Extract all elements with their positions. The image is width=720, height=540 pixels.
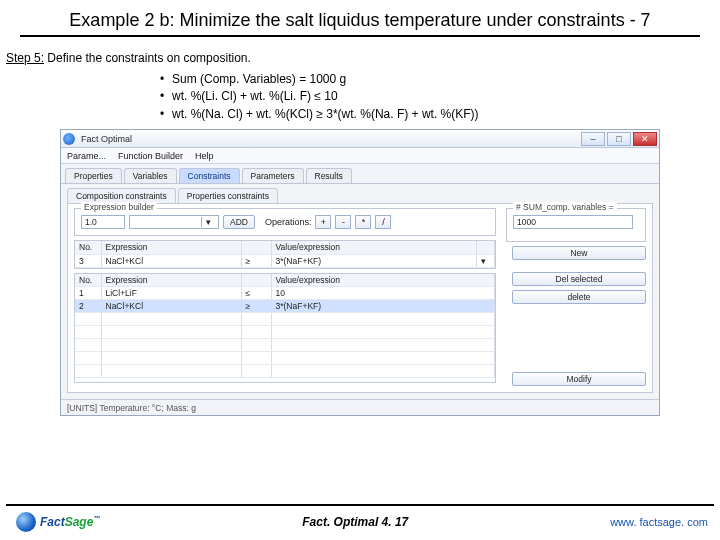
maximize-button[interactable]: □ xyxy=(607,132,631,146)
g2-h-no: No. xyxy=(75,274,101,287)
modify-button[interactable]: Modify xyxy=(512,372,646,386)
table-row xyxy=(75,326,495,339)
op-div[interactable]: / xyxy=(375,215,391,229)
main-tabs: Properties Variables Constraints Paramet… xyxy=(61,164,659,184)
operations-label: Operations: xyxy=(265,217,312,227)
footer-center: Fact. Optimal 4. 17 xyxy=(302,515,408,529)
table-row xyxy=(75,365,495,378)
current-expression-grid[interactable]: No. Expression Value/expression 3 NaCl+K… xyxy=(74,240,496,269)
menu-function-builder[interactable]: Function Builder xyxy=(118,151,183,161)
window-title: Fact Optimal xyxy=(81,134,581,144)
menu-parameters[interactable]: Parame... xyxy=(67,151,106,161)
table-row xyxy=(75,352,495,365)
tab-constraints[interactable]: Constraints xyxy=(179,168,240,183)
expression-builder-legend: Expression builder xyxy=(81,202,157,212)
constraints-pane: Expression builder 1.0 ▾ ADD Operations:… xyxy=(67,203,653,393)
subtab-properties[interactable]: Properties constraints xyxy=(178,188,278,203)
step-label: Step 5: xyxy=(6,51,44,65)
sum-fieldset: # SUM_comp. variables = 1000 xyxy=(506,208,646,242)
tab-parameters[interactable]: Parameters xyxy=(242,168,304,183)
bullet-list: •Sum (Comp. Variables) = 1000 g •wt. %(L… xyxy=(160,71,720,123)
op-plus[interactable]: + xyxy=(315,215,331,229)
sum-value-input[interactable]: 1000 xyxy=(513,215,633,229)
table-row: 2 NaCl+KCl ≥ 3*(NaF+KF) xyxy=(75,300,495,313)
minimize-button[interactable]: – xyxy=(581,132,605,146)
g1-h-no: No. xyxy=(75,241,101,254)
brand-sage: Sage xyxy=(65,515,94,529)
titlebar: Fact Optimal – □ ✕ xyxy=(61,130,659,148)
op-minus[interactable]: - xyxy=(335,215,351,229)
new-button[interactable]: New xyxy=(512,246,646,260)
slide-footer: FactSage™ Fact. Optimal 4. 17 www. facts… xyxy=(6,504,714,532)
table-row: 1 LiCl+LiF ≤ 10 xyxy=(75,287,495,300)
sub-tabs: Composition constraints Properties const… xyxy=(61,184,659,203)
tm-mark: ™ xyxy=(93,515,100,522)
g2-h-rel xyxy=(241,274,271,287)
bullet-1: Sum (Comp. Variables) = 1000 g xyxy=(172,72,346,86)
tab-results[interactable]: Results xyxy=(306,168,352,183)
del-selected-button[interactable]: Del selected xyxy=(512,272,646,286)
g2-h-expr: Expression xyxy=(101,274,241,287)
g2-h-val: Value/expression xyxy=(271,274,495,287)
app-icon xyxy=(63,133,75,145)
bullet-3: wt. %(Na. Cl) + wt. %(KCl) ≥ 3*(wt. %(Na… xyxy=(172,107,479,121)
variable-select[interactable]: ▾ xyxy=(129,215,219,229)
g1-h-rel xyxy=(241,241,271,254)
table-row xyxy=(75,313,495,326)
coefficient-input[interactable]: 1.0 xyxy=(81,215,125,229)
table-row: 3 NaCl+KCl ≥ 3*(NaF+KF) ▾ xyxy=(75,254,495,267)
bullet-2: wt. %(Li. Cl) + wt. %(Li. F) ≤ 10 xyxy=(172,89,338,103)
app-window: Fact Optimal – □ ✕ Parame... Function Bu… xyxy=(60,129,660,416)
delete-button[interactable]: delete xyxy=(512,290,646,304)
logo-ball-icon xyxy=(16,512,36,532)
step-line: Step 5: Define the constraints on compos… xyxy=(6,51,714,65)
g1-h-expr: Expression xyxy=(101,241,241,254)
op-mul[interactable]: * xyxy=(355,215,371,229)
sum-legend: # SUM_comp. variables = xyxy=(513,202,617,212)
subtab-composition[interactable]: Composition constraints xyxy=(67,188,176,203)
brand-fact: Fact xyxy=(40,515,65,529)
close-button[interactable]: ✕ xyxy=(633,132,657,146)
tab-properties[interactable]: Properties xyxy=(65,168,122,183)
constraints-list-grid[interactable]: No. Expression Value/expression 1 LiCl+L… xyxy=(74,273,496,383)
slide-title: Example 2 b: Minimize the salt liquidus … xyxy=(20,0,700,37)
expression-builder-fieldset: Expression builder 1.0 ▾ ADD Operations:… xyxy=(74,208,496,236)
g1-h-val: Value/expression xyxy=(271,241,477,254)
table-row xyxy=(75,339,495,352)
step-text: Define the constraints on composition. xyxy=(44,51,251,65)
brand-logo: FactSage™ xyxy=(16,512,100,532)
status-text: [UNITS] Temperature: °C; Mass: g xyxy=(67,403,196,413)
status-bar: [UNITS] Temperature: °C; Mass: g xyxy=(61,399,659,415)
footer-url: www. factsage. com xyxy=(610,516,708,528)
tab-variables[interactable]: Variables xyxy=(124,168,177,183)
add-button[interactable]: ADD xyxy=(223,215,255,229)
menubar: Parame... Function Builder Help xyxy=(61,148,659,164)
menu-help[interactable]: Help xyxy=(195,151,214,161)
g1-h-end xyxy=(477,241,495,254)
